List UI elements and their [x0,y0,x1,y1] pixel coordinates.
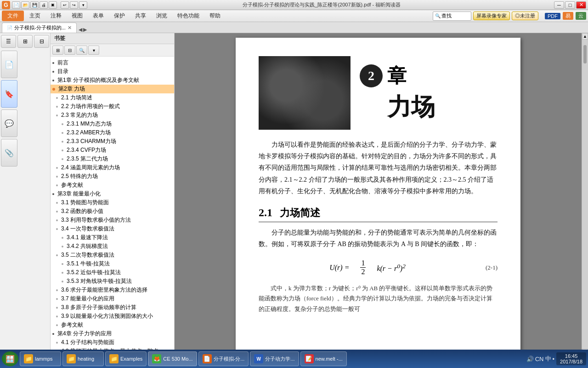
toc-item[interactable]: 3.1 势能图与势能面 [51,198,174,207]
toc-menu-btn[interactable]: ▾ [88,46,99,55]
menu-form[interactable]: 表单 [88,11,108,21]
start-button[interactable]: 🪟 [2,351,18,366]
toc-item[interactable]: 2.2 力场作用项的一般式 [51,102,174,111]
toc-item[interactable]: 3.9 以能量最小化方法预测固体的大小 [51,312,174,321]
toc-item[interactable]: 参考文献 [51,181,174,190]
fenpdf-icon: 📄 [203,354,212,363]
toc-item[interactable]: 2.3 常见的力场 [51,111,174,120]
menu-help[interactable]: 帮助 [205,11,225,21]
redo-btn[interactable]: ↪ [70,1,78,9]
taskbar-lammps[interactable]: 📁 lammps [20,351,61,366]
save-btn[interactable]: 💾 [30,1,39,9]
sidebar-expand-btn[interactable]: ⊞ [17,35,33,48]
menu-share[interactable]: 共享 [130,11,151,21]
close-btn[interactable]: ✕ [576,1,586,9]
addon-btn3[interactable]: 云 [576,12,586,20]
menu-comment[interactable]: 注释 [46,11,66,21]
toc-item[interactable]: 2.3.3 CHARMM力场 [51,137,174,146]
chapter-header: 2 章 力场 [259,56,498,130]
menu-home[interactable]: 主页 [25,11,45,21]
toc-item-label: 前言 [57,59,68,67]
formula-lhs: U(r) = [329,264,349,272]
toc-item[interactable]: 3.5.1 牛顿-拉莫法 [51,259,174,268]
sidebar-attach-btn[interactable]: 📎 [1,139,17,167]
tab-prev-btn[interactable]: ◀ [79,27,82,33]
window-title: 分子模拟-分子模拟的理论与实践_陈正楼等(2007新版).pdf - 福昕阅读器 [89,1,554,8]
formula-frac: 1 2 [358,259,368,276]
unregistered-btn[interactable]: ◎未注册 [512,12,538,20]
sidebar-bookmark-btn[interactable]: 🔖 [1,80,17,108]
toc-item[interactable]: 2.3.1 MM力态力场 [51,120,174,128]
toc-expand-btn[interactable]: ⊞ [52,46,63,55]
taskbar-fenpdf[interactable]: 📄 分子模拟-分... [198,351,249,366]
menu-file[interactable]: 文件 [2,11,24,21]
toc-collapse-btn[interactable]: ⊟ [64,46,75,55]
toc-item[interactable]: 第3章 能量最小化 [51,190,174,198]
toc-item[interactable]: 3.7 能量最小化的应用 [51,294,174,303]
toc-item[interactable]: 3.4.2 共轭梯度法 [51,242,174,251]
toc-search-btn[interactable]: 🔍 [76,46,87,55]
menu-protect[interactable]: 保护 [109,11,130,21]
taskbar-word[interactable]: W 分子动力学... [250,351,299,366]
addon-btn2[interactable]: 易 [563,12,573,20]
scroll-up-btn[interactable]: ▲ [582,33,588,40]
pdf-area[interactable]: 2 章 力场 力场可以看作是势能面的经验表达式，是后面介绍的分子力学、分子动力学… [175,33,582,355]
minimize-btn[interactable]: ─ [554,1,564,9]
scan-btn[interactable]: ▣ [49,1,57,9]
tab-close-btn[interactable]: ✕ [68,25,72,31]
tab-next-btn[interactable]: ▶ [83,27,87,33]
toc-item-label: 4.1 分子结构与势能面 [61,339,114,346]
toc-item[interactable]: 3.3 利用导数求极小值的方法 [51,216,174,224]
toc-item[interactable]: 2.3.5 第二代力场 [51,155,174,163]
menu-browse[interactable]: 浏览 [152,11,172,21]
toc-item[interactable]: 第4章 分子力学的应用 [51,329,174,338]
examples-label: Examples [120,356,142,362]
toc-item[interactable]: 2.5 特殊的力场 [51,172,174,181]
toc-item[interactable]: 第2章 力场 [51,85,174,93]
maximize-btn[interactable]: □ [565,1,575,9]
toc-item[interactable]: 3.5.3 对角线块牛顿-拉莫法 [51,277,174,286]
pdf-addon-btn[interactable]: PDF [545,13,560,19]
toc-item[interactable]: 3.5.2 近似牛顿-拉莫法 [51,268,174,277]
toc-item[interactable]: 第1章 分子模拟的概况及参考文献 [51,76,174,85]
tab-pdf[interactable]: 📄 分子模拟-分子模拟的... ✕ [2,23,77,33]
toc-item[interactable]: 目录 [51,67,174,76]
toc-item[interactable]: 3.4.1 最速下降法 [51,233,174,242]
screen-record-btn[interactable]: 屏幕录像专家 [473,12,510,20]
sidebar-page-btn[interactable]: 📄 [1,51,17,78]
toc-item[interactable]: 4.1 分子结构与势能面 [51,338,174,347]
sidebar-collapse-btn[interactable]: ⊟ [34,35,49,48]
toc-item[interactable]: 前言 [51,58,174,67]
toc-item[interactable]: 2.4 涵盖周期元素的力场 [51,163,174,172]
toc-item[interactable]: 3.5 二次导数求极值法 [51,251,174,259]
toc-item[interactable]: 3.6 求分子最能密里构象方法的选择 [51,286,174,294]
sidebar-menu-btn[interactable]: ☰ [1,35,16,48]
taskbar-examples[interactable]: 📁 Examples [105,351,147,366]
toc-item[interactable]: 3.8 多原子分子振动频率的计算 [51,303,174,312]
sidebar-comment-btn[interactable]: 💬 [1,109,17,137]
menu-features[interactable]: 特色功能 [173,11,204,21]
dropdown-btn[interactable]: ▾ [79,1,87,9]
app-icon: G [2,1,10,9]
scroll-thumb[interactable] [583,45,587,63]
print-btn[interactable]: 🖨 [40,1,48,9]
toc-item[interactable]: 2.3.2 AMBER力场 [51,128,174,137]
toc-item[interactable]: 3.2 函数的极小值 [51,207,174,216]
undo-btn[interactable]: ↩ [61,1,69,9]
new-btn[interactable]: 📄 [12,1,20,9]
clock[interactable]: 16:45 2017/8/18 [556,352,586,365]
toc-item[interactable]: 3.4 一次导数求极值法 [51,224,174,233]
main-area: ☰ ⊞ ⊟ 📄 🔖 💬 📎 书签 ⊞ ⊟ 🔍 ▾ 前言目录第1章 分子模拟的概况… [0,33,588,355]
taskbar-ce530[interactable]: 🦊 CE 530 Mo... [148,351,197,366]
toc-item-label: 第1章 分子模拟的概况及参考文献 [57,76,139,84]
taskbar-right: 🔊 CN 中 • 16:45 2017/8/18 [526,352,586,365]
taskbar-newmelt[interactable]: 📝 new.melt -... [300,351,347,366]
toc-item[interactable]: 2.1 力场简述 [51,93,174,102]
taskbar-heating[interactable]: 📁 heating [62,351,104,366]
search-input[interactable] [441,13,469,19]
toc-item[interactable]: 参考文献 [51,321,174,329]
open-btn[interactable]: 📂 [21,1,29,9]
menu-view[interactable]: 视图 [67,11,87,21]
pdf-scrollbar[interactable]: ▲ ▼ [582,33,588,355]
toc-item[interactable]: 2.3.4 CVFP力场 [51,146,174,155]
